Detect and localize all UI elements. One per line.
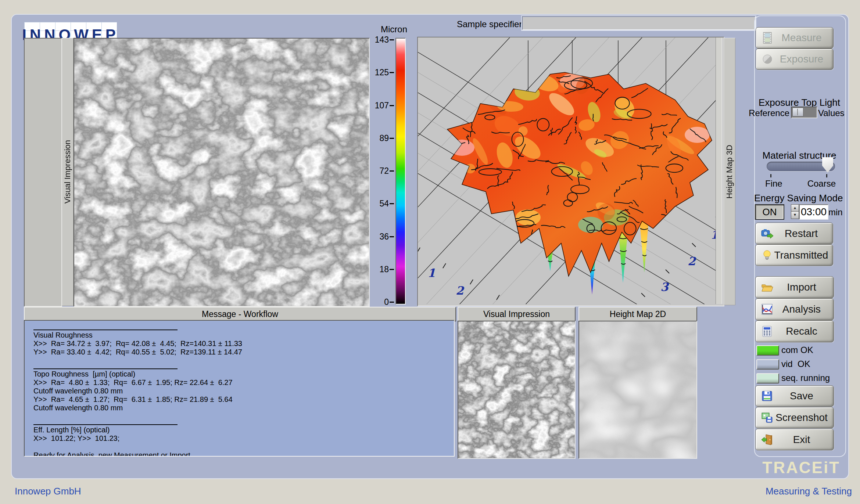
status-led-label: seq. running	[781, 373, 830, 383]
height-map-2d-thumbnail	[578, 321, 697, 459]
toggle-thumb[interactable]	[792, 108, 803, 116]
status-led	[756, 359, 779, 370]
screenshot-icon	[761, 411, 773, 424]
colorbar-ticks: 14312510789725436180	[360, 38, 394, 303]
colorbar-tick-label: 0	[384, 297, 389, 307]
values-label: Values	[818, 108, 845, 118]
colorbar-tick-label: 107	[375, 101, 389, 111]
analysis-chart-icon	[761, 303, 773, 316]
colorbar-title: Micron	[381, 24, 407, 35]
energy-saving-on-indicator[interactable]: ON	[755, 204, 784, 220]
colorbar-tick-dash	[390, 138, 394, 139]
reference-label: Reference	[746, 108, 789, 118]
message-rule	[33, 330, 178, 330]
height-map-3d-side-label: Height Map 3D	[724, 38, 735, 305]
colorbar-tick-dash	[390, 203, 394, 204]
colorbar-tick-dash	[390, 170, 394, 172]
visual-impression-side-label: Visual Impression	[62, 38, 74, 306]
colorbar-tick-dash	[390, 105, 394, 106]
calculator-icon	[761, 325, 773, 338]
colorbar-tick-label: 36	[379, 232, 389, 242]
message-workflow-header: Message - Workflow	[24, 307, 456, 321]
exit-door-icon	[761, 433, 773, 446]
reference-values-toggle[interactable]	[791, 107, 817, 118]
message-line: Cutoff wavelength 0.80 mm	[33, 387, 454, 395]
colorbar-tick-dash	[390, 39, 394, 40]
message-line: X>> Ra= 4.80 ± 1.33; Rq= 6.67 ± 1.95; Rz…	[33, 378, 454, 387]
colorbar-tick-label: 125	[375, 68, 389, 78]
min-label: min	[828, 207, 843, 217]
visual-impression-image	[74, 38, 370, 307]
colorbar-tick-label: 72	[379, 166, 389, 176]
height-colorbar	[395, 38, 406, 305]
coarse-label: Coarse	[804, 179, 836, 189]
exposure-button[interactable]: Exposure	[756, 48, 834, 70]
message-line: Topo Roughness [µm] (optical)	[33, 370, 454, 378]
svg-text:2: 2	[688, 255, 696, 268]
folder-icon	[761, 281, 773, 294]
status-led	[756, 345, 779, 356]
message-line: Y>> Ra= 4.65 ± 1.27; Rq= 6.31 ± 1.85; Rz…	[33, 395, 454, 404]
message-rule	[33, 368, 178, 369]
message-line: Visual Roughness	[33, 331, 454, 339]
time-spinner-up[interactable]: ▲	[791, 204, 799, 212]
message-line: X>> Ra= 34.72 ± 3.97; Rq= 42.08 ± 4.45; …	[33, 339, 454, 348]
exposure-icon	[761, 53, 774, 65]
message-line: Eff. Length [%] (optical)	[33, 426, 454, 434]
slider-tick-fine	[770, 174, 771, 177]
message-line	[33, 412, 454, 421]
visual-impression-thumb-header: Visual Impression	[458, 307, 576, 321]
time-spinner-down[interactable]: ▼	[791, 211, 799, 219]
footer-tagline: Measuring & Testing	[0, 486, 852, 497]
message-workflow-body: Visual RoughnessX>> Ra= 34.72 ± 3.97; Rq…	[24, 320, 455, 457]
light-bulb-icon	[761, 249, 773, 262]
status-led-label: vid OK	[781, 359, 810, 369]
colorbar-tick-label: 54	[379, 199, 389, 209]
floppy-save-icon	[761, 390, 773, 402]
fine-label: Fine	[765, 179, 782, 189]
colorbar-tick-label: 18	[379, 264, 389, 274]
svg-text:3: 3	[660, 280, 669, 294]
colorbar-tick-dash	[390, 72, 394, 73]
import-button[interactable]: Import	[755, 276, 834, 298]
energy-saving-title: Energy Saving Mode	[754, 192, 843, 204]
colorbar-tick-dash	[390, 302, 394, 303]
slider-tick-coarse	[826, 174, 827, 177]
reference-image-panel	[24, 38, 62, 307]
message-line: Ready for Analysis, new Measurement or I…	[33, 451, 454, 457]
svg-text:2: 2	[456, 284, 465, 297]
x-axis-label: 1	[427, 266, 436, 280]
colorbar-tick-label: 143	[375, 35, 389, 45]
height-map-2d-header: Height Map 2D	[578, 307, 697, 321]
message-line: Y>> Ra= 33.40 ± 4.42; Rq= 40.55 ± 5.02; …	[33, 348, 454, 356]
restart-button[interactable]: Restart	[755, 223, 833, 244]
traceit-window: INNOWEP Visual Impression	[0, 0, 860, 504]
message-line: Cutoff wavelength 0.80 mm	[33, 404, 454, 412]
sample-specifier-label: Sample specifier :	[457, 19, 527, 29]
plot-scrollbar[interactable]	[716, 37, 722, 304]
visual-impression-thumbnail	[458, 321, 576, 459]
save-button[interactable]: Save	[755, 385, 834, 407]
screenshot-button[interactable]: Screenshot	[755, 407, 834, 428]
colorbar-tick-dash	[390, 269, 394, 270]
status-led-label: com OK	[781, 345, 813, 355]
transmitted-button[interactable]: Transmitted	[755, 244, 833, 266]
message-line: X>> 101.22; Y>> 101.23;	[33, 434, 454, 443]
energy-saving-time-field[interactable]: 03:00	[799, 204, 828, 220]
height-map-3d-view[interactable]: 1 2 1 2 3	[417, 37, 724, 306]
colorbar-tick-label: 89	[379, 133, 389, 143]
camera-restart-icon	[761, 227, 773, 240]
message-rule	[33, 424, 178, 425]
exit-button[interactable]: Exit	[755, 429, 834, 450]
colorbar-tick-dash	[390, 236, 394, 237]
analysis-button[interactable]: Analysis	[755, 298, 834, 320]
traceit-watermark: TRACEiT	[0, 458, 840, 477]
recalc-button[interactable]: Recalc	[755, 320, 834, 342]
message-line	[33, 443, 454, 451]
measure-button[interactable]: Measure	[756, 27, 834, 48]
message-line	[33, 356, 454, 365]
status-led	[756, 373, 779, 384]
film-strip-icon	[761, 32, 774, 44]
sample-specifier-input[interactable]	[522, 16, 756, 30]
